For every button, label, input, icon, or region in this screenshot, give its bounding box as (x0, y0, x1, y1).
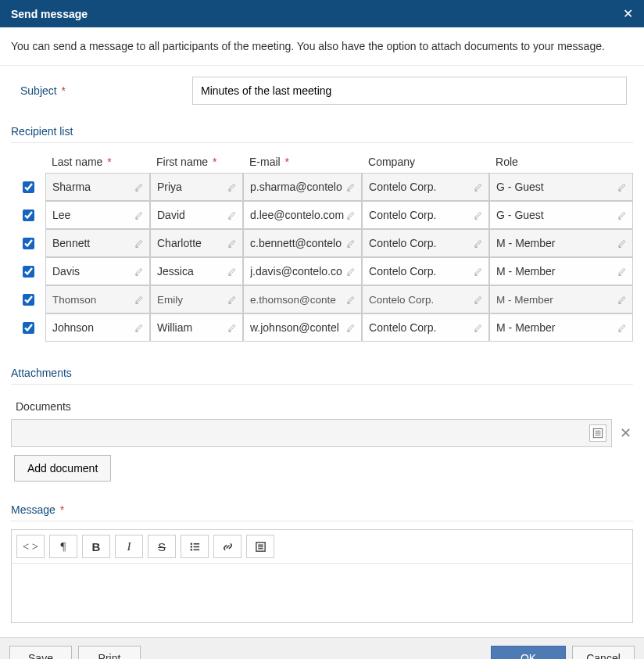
cell-company[interactable]: Contelo Corp. (362, 285, 489, 313)
cell-last-name[interactable]: Thomson (45, 285, 150, 313)
edit-icon[interactable] (344, 321, 358, 335)
cell-email[interactable]: c.bennett@contelo (243, 229, 362, 257)
recipient-checkbox[interactable] (23, 210, 34, 221)
cell-company[interactable]: Contelo Corp. (362, 173, 489, 201)
recipient-checkbox[interactable] (23, 181, 34, 193)
cell-role[interactable]: G - Guest (489, 173, 633, 201)
edit-icon[interactable] (615, 264, 629, 278)
edit-icon[interactable] (471, 208, 485, 222)
edit-icon[interactable] (615, 180, 629, 194)
edit-icon[interactable] (615, 321, 629, 335)
cell-role[interactable]: G - Guest (489, 201, 633, 229)
cancel-button[interactable]: Cancel (572, 646, 635, 659)
cell-role[interactable]: M - Member (489, 313, 633, 342)
edit-icon[interactable] (344, 236, 358, 250)
cell-email[interactable]: d.lee@contelo.com (243, 201, 362, 229)
edit-icon[interactable] (615, 236, 629, 250)
italic-button[interactable]: I (115, 535, 143, 558)
cell-last-name[interactable]: Lee (45, 201, 150, 229)
cell-company[interactable]: Contelo Corp. (362, 201, 489, 229)
cell-value: Emily (157, 294, 225, 306)
edit-icon[interactable] (344, 208, 358, 222)
cell-first-name[interactable]: William (150, 313, 243, 342)
cell-first-name[interactable]: Priya (150, 173, 243, 201)
cell-first-name[interactable]: Emily (150, 285, 243, 313)
document-picker-icon[interactable] (589, 424, 606, 442)
cell-email[interactable]: e.thomson@conte (243, 285, 362, 313)
edit-icon[interactable] (132, 236, 146, 250)
paragraph-icon[interactable]: ¶ (49, 535, 77, 558)
bold-button[interactable]: B (82, 535, 110, 558)
edit-icon[interactable] (471, 321, 485, 335)
edit-icon[interactable] (471, 180, 485, 194)
edit-icon[interactable] (344, 264, 358, 278)
subject-input[interactable] (192, 77, 627, 105)
ok-button[interactable]: OK (491, 646, 566, 659)
col-first-name[interactable]: First name * (150, 151, 243, 173)
bullet-list-icon[interactable] (181, 535, 209, 558)
cell-company[interactable]: Contelo Corp. (362, 229, 489, 257)
dialog-footer: Save Print OK Cancel (0, 637, 644, 659)
documents-field[interactable] (11, 419, 612, 447)
edit-icon[interactable] (471, 292, 485, 306)
cell-last-name[interactable]: Johnson (45, 313, 150, 342)
edit-icon[interactable] (132, 264, 146, 278)
cell-first-name[interactable]: David (150, 201, 243, 229)
edit-icon[interactable] (132, 292, 146, 306)
recipient-checkbox[interactable] (23, 294, 34, 306)
attachments-title: Attachments (11, 362, 633, 385)
cell-email[interactable]: j.davis@contelo.co (243, 257, 362, 285)
table-row: JohnsonWilliamw.johnson@contelContelo Co… (11, 313, 633, 342)
recipient-checkbox[interactable] (23, 238, 34, 249)
recipient-header-row: Last name * First name * E-mail * Compan… (11, 151, 633, 173)
cell-email[interactable]: w.johnson@contel (243, 313, 362, 342)
edit-icon[interactable] (225, 236, 239, 250)
edit-icon[interactable] (132, 180, 146, 194)
align-icon[interactable] (246, 535, 274, 558)
cell-value: G - Guest (496, 209, 615, 221)
documents-row: ✕ (11, 419, 633, 447)
col-role[interactable]: Role (489, 151, 633, 173)
print-button[interactable]: Print (78, 646, 141, 659)
edit-icon[interactable] (615, 292, 629, 306)
recipient-checkbox[interactable] (23, 266, 34, 278)
link-icon[interactable] (213, 535, 242, 558)
close-icon[interactable]: ✕ (623, 6, 633, 21)
cell-company[interactable]: Contelo Corp. (362, 313, 489, 342)
edit-icon[interactable] (344, 180, 358, 194)
cell-company[interactable]: Contelo Corp. (362, 257, 489, 285)
edit-icon[interactable] (344, 292, 358, 306)
edit-icon[interactable] (471, 236, 485, 250)
col-company[interactable]: Company (362, 151, 489, 173)
svg-point-36 (190, 546, 191, 547)
cell-last-name[interactable]: Davis (45, 257, 150, 285)
source-code-icon[interactable]: < > (16, 535, 45, 558)
edit-icon[interactable] (225, 264, 239, 278)
cell-role[interactable]: M - Member (489, 285, 633, 313)
edit-icon[interactable] (471, 264, 485, 278)
subject-label: Subject * (11, 84, 192, 97)
cell-role[interactable]: M - Member (489, 257, 633, 285)
edit-icon[interactable] (225, 321, 239, 335)
add-document-button[interactable]: Add document (14, 455, 111, 482)
table-row: LeeDavidd.lee@contelo.comContelo Corp.G … (11, 201, 633, 229)
col-email[interactable]: E-mail * (243, 151, 362, 173)
remove-document-icon[interactable]: ✕ (618, 424, 633, 442)
edit-icon[interactable] (132, 321, 146, 335)
edit-icon[interactable] (132, 208, 146, 222)
cell-first-name[interactable]: Charlotte (150, 229, 243, 257)
cell-first-name[interactable]: Jessica (150, 257, 243, 285)
save-button[interactable]: Save (9, 646, 72, 659)
strikethrough-button[interactable]: S (148, 535, 176, 558)
message-body[interactable] (12, 564, 632, 622)
cell-last-name[interactable]: Bennett (45, 229, 150, 257)
edit-icon[interactable] (225, 292, 239, 306)
cell-email[interactable]: p.sharma@contelo (243, 173, 362, 201)
edit-icon[interactable] (225, 208, 239, 222)
edit-icon[interactable] (225, 180, 239, 194)
recipient-checkbox[interactable] (23, 322, 34, 334)
edit-icon[interactable] (615, 208, 629, 222)
cell-role[interactable]: M - Member (489, 229, 633, 257)
cell-last-name[interactable]: Sharma (45, 173, 150, 201)
col-last-name[interactable]: Last name * (45, 151, 150, 173)
